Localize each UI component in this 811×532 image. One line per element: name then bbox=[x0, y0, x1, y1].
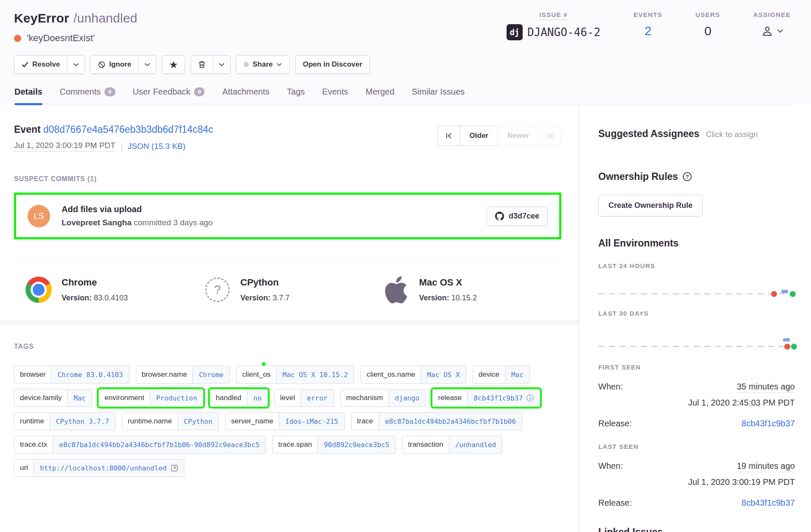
events-label: EVENTS bbox=[634, 11, 662, 18]
tag-key: runtime bbox=[14, 412, 50, 430]
latest-event-marker bbox=[791, 344, 797, 350]
create-ownership-rule-button[interactable]: Create Ownership Rule bbox=[598, 195, 703, 216]
sparkline-baseline bbox=[598, 346, 795, 347]
tag-pill: device.family Mac bbox=[14, 389, 92, 407]
tags-heading: TAGS bbox=[14, 343, 561, 350]
ownership-rules-title: Ownership Rules bbox=[598, 171, 678, 182]
page-last-icon bbox=[546, 132, 553, 139]
tab[interactable]: Attachments bbox=[222, 87, 269, 104]
chrome-icon bbox=[25, 277, 52, 303]
external-link-icon[interactable] bbox=[171, 465, 178, 472]
help-icon[interactable]: ? bbox=[683, 172, 692, 181]
tag-value-link[interactable]: CPython bbox=[178, 412, 219, 430]
assignee-label: ASSIGNEE bbox=[753, 11, 791, 18]
tag-key: client_os.name bbox=[360, 366, 421, 384]
delete-dropdown-button[interactable] bbox=[213, 56, 230, 73]
page-first-icon bbox=[445, 132, 452, 139]
tag-key: trace.ctx bbox=[14, 436, 53, 454]
event-id-link[interactable]: d08d7667e4a5476eb3b3db6d7f14c84c bbox=[43, 124, 213, 135]
resolve-button[interactable]: Resolve bbox=[14, 56, 67, 73]
tag-value-link[interactable]: Chrome 83.0.4103 bbox=[51, 366, 129, 384]
oldest-event-button[interactable] bbox=[437, 126, 460, 146]
chevron-down-icon bbox=[144, 63, 150, 67]
tag-pill: handled no bbox=[210, 389, 268, 407]
suggested-assignees-title: Suggested Assignees bbox=[598, 128, 699, 140]
tag-value-link[interactable]: CPython 3.7.7 bbox=[50, 412, 115, 430]
apple-icon bbox=[383, 276, 410, 303]
tag-pill: runtime CPython 3.7.7 bbox=[14, 412, 115, 430]
tag-value-link[interactable]: /unhandled bbox=[449, 436, 502, 454]
tag-pill: environment Production bbox=[99, 389, 203, 407]
star-button[interactable]: ★ bbox=[162, 56, 185, 73]
tag-pill: client_os Mac OS X 10.15.2 bbox=[236, 366, 354, 384]
commit-message: Add files via upload bbox=[62, 204, 487, 214]
tag-value-link[interactable]: e8c87ba1dc494bb2a4346bcfbf7b1b06-90d892c… bbox=[53, 436, 266, 454]
event-timestamp: Jul 1, 2020 3:00:19 PM PDT bbox=[14, 141, 115, 151]
annotation-dot bbox=[262, 362, 265, 366]
tag-pill: browser.name Chrome bbox=[136, 366, 230, 384]
error-level-dot-icon bbox=[14, 35, 21, 42]
commit-sha-button[interactable]: d3d7cee bbox=[487, 207, 548, 226]
tag-pill: client_os.name Mac OS X bbox=[360, 366, 466, 384]
github-icon bbox=[495, 212, 504, 221]
section-divider bbox=[0, 320, 578, 325]
tab[interactable]: Comments 0 bbox=[60, 87, 115, 104]
share-button[interactable]: Share bbox=[237, 56, 289, 73]
tag-key: handled bbox=[210, 389, 248, 407]
tab[interactable]: Tags bbox=[287, 87, 305, 104]
ignore-button[interactable]: Ignore bbox=[91, 56, 138, 73]
first-seen-release-link[interactable]: 8cb43f1c9b37 bbox=[741, 419, 795, 428]
tag-value-link[interactable]: Mac bbox=[68, 389, 92, 407]
tag-value-link[interactable]: error bbox=[301, 389, 334, 407]
chevron-down-icon bbox=[777, 29, 783, 33]
issue-short-id[interactable]: DJANGO-46-2 bbox=[527, 26, 600, 39]
tag-key: mechanism bbox=[340, 389, 389, 407]
event-pagination: Older Newer bbox=[437, 126, 561, 146]
tab[interactable]: User Feedback 0 bbox=[133, 87, 205, 104]
event-heading: Eventd08d7667e4a5476eb3b3db6d7f14c84c bbox=[14, 124, 213, 135]
tag-value-link[interactable]: 90d892c9eace3bc5 bbox=[318, 436, 396, 454]
commit-author: Lovepreet Sangha bbox=[62, 218, 132, 227]
linked-issues-title: Linked Issues bbox=[598, 526, 795, 532]
tag-value-link[interactable]: Idos-iMac-215 bbox=[279, 412, 345, 430]
resolve-dropdown-button[interactable] bbox=[67, 56, 84, 73]
events-sparkline-30d bbox=[598, 343, 795, 349]
tag-key: device.family bbox=[14, 389, 68, 407]
tag-value-link[interactable]: Chrome bbox=[193, 366, 230, 384]
open-in-discover-button[interactable]: Open in Discover bbox=[296, 56, 369, 73]
ignore-dropdown-button[interactable] bbox=[138, 56, 156, 73]
tag-pill: trace.ctx e8c87ba1dc494bb2a4346bcfbf7b1b… bbox=[14, 436, 266, 454]
check-icon bbox=[22, 62, 28, 67]
newer-event-button[interactable]: Newer bbox=[498, 126, 539, 146]
tab[interactable]: Details bbox=[14, 87, 42, 104]
older-event-button[interactable]: Older bbox=[460, 126, 498, 146]
newest-event-button[interactable] bbox=[538, 126, 561, 146]
tag-value-link[interactable]: Mac OS X 10.15.2 bbox=[276, 366, 354, 384]
tab[interactable]: Similar Issues bbox=[412, 87, 465, 104]
users-count[interactable]: 0 bbox=[696, 24, 720, 38]
tag-value-link[interactable]: http://localhost:8000/unhandled bbox=[34, 459, 184, 477]
events-count[interactable]: 2 bbox=[634, 24, 662, 38]
share-button-group: Share bbox=[236, 55, 290, 74]
tag-key: environment bbox=[99, 389, 150, 407]
tag-value-link[interactable]: no bbox=[248, 389, 268, 407]
tag-value-link[interactable]: django bbox=[389, 389, 426, 407]
tag-value-link[interactable]: Mac OS X bbox=[421, 366, 466, 384]
assignee-dropdown[interactable] bbox=[753, 25, 791, 37]
tag-pill: url http://localhost:8000/unhandled bbox=[14, 459, 184, 477]
tag-value-link[interactable]: Production bbox=[150, 389, 203, 407]
chevron-down-icon bbox=[219, 63, 225, 67]
tag-key: server_name bbox=[225, 412, 279, 430]
tab[interactable]: Events bbox=[322, 87, 348, 104]
delete-button[interactable] bbox=[191, 56, 213, 73]
tag-value-link[interactable]: 8cb43f1c9b37 ⓘ bbox=[467, 389, 540, 407]
tag-value-link[interactable]: Mac bbox=[505, 366, 530, 384]
star-icon: ★ bbox=[169, 60, 177, 69]
chevron-down-icon bbox=[73, 63, 79, 67]
last-seen-release-link[interactable]: 8cb43f1c9b37 bbox=[741, 498, 795, 508]
tag-key: level bbox=[274, 389, 301, 407]
tag-value-link[interactable]: e8c87ba1dc494bb2a4346bcfbf7b1b06 bbox=[379, 412, 522, 430]
tab[interactable]: Merged bbox=[366, 87, 394, 104]
info-icon[interactable]: ⓘ bbox=[527, 395, 534, 402]
raw-json-link[interactable]: JSON (15.3 KB) bbox=[128, 142, 186, 151]
